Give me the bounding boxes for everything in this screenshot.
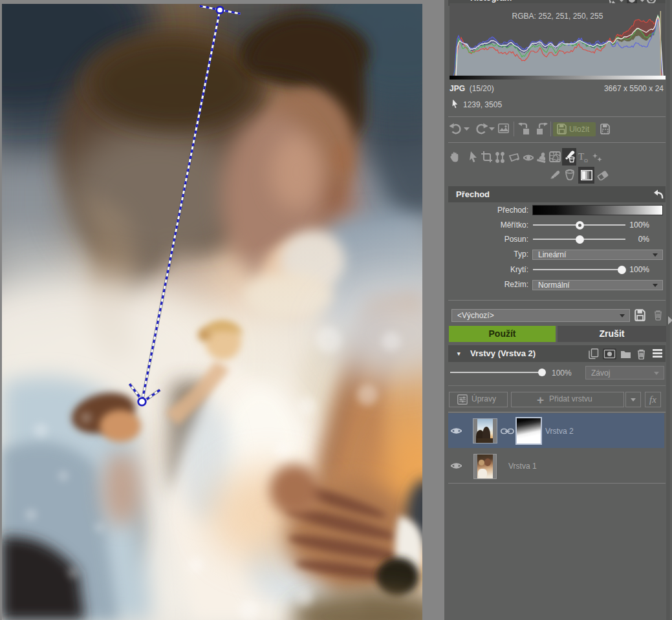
svg-text:Ω: Ω [584, 158, 588, 163]
svg-text:T: T [578, 151, 584, 162]
